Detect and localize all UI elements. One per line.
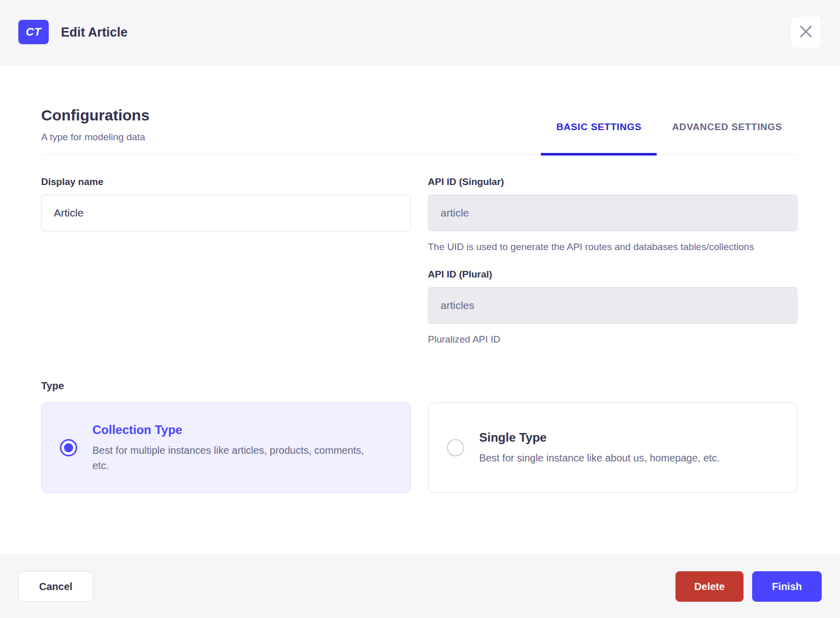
page-title: Configurations: [41, 107, 149, 124]
collection-type-title: Collection Type: [92, 422, 369, 438]
collection-type-texts: Collection Type Best for multiple instan…: [92, 422, 369, 473]
collection-type-description: Best for multiple instances like article…: [92, 443, 369, 473]
single-type-texts: Single Type Best for single instance lik…: [479, 430, 720, 466]
tab-advanced-settings[interactable]: ADVANCED SETTINGS: [657, 121, 797, 154]
api-id-plural-label: API ID (Plural): [428, 269, 798, 280]
tab-basic-settings-label: BASIC SETTINGS: [556, 121, 641, 132]
display-name-input[interactable]: [41, 195, 411, 231]
section-header: Configurations A type for modeling data …: [41, 107, 797, 155]
cancel-button[interactable]: Cancel: [18, 571, 93, 602]
modal-title: Edit Article: [61, 25, 127, 40]
api-id-singular-input: [428, 195, 798, 231]
modal-body: Configurations A type for modeling data …: [0, 65, 840, 554]
api-id-singular-label: API ID (Singular): [428, 176, 798, 188]
settings-tabs: BASIC SETTINGS ADVANCED SETTINGS: [541, 121, 797, 154]
display-name-label: Display name: [41, 176, 411, 188]
radio-dot-icon: [64, 443, 73, 452]
api-id-plural-field-group: API ID (Plural) Pluralized API ID: [428, 269, 798, 347]
close-icon: [799, 25, 813, 40]
modal-header: CT Edit Article: [0, 0, 840, 65]
radio-collection-type[interactable]: [60, 439, 77, 456]
api-id-plural-input: [428, 287, 798, 324]
single-type-title: Single Type: [479, 430, 720, 445]
delete-button[interactable]: Delete: [675, 571, 744, 602]
tab-advanced-settings-label: ADVANCED SETTINGS: [672, 121, 782, 132]
finish-button[interactable]: Finish: [752, 571, 822, 602]
edit-article-modal: CT Edit Article Configurations A type fo…: [0, 0, 840, 618]
content-type-badge-label: CT: [26, 25, 41, 39]
display-name-field-group: Display name: [41, 176, 411, 231]
form-right-column: API ID (Singular) The UID is used to gen…: [428, 176, 798, 347]
close-button[interactable]: [790, 16, 822, 48]
api-id-plural-helper: Pluralized API ID: [428, 332, 763, 347]
single-type-description: Best for single instance like about us, …: [479, 450, 720, 466]
footer-right-actions: Delete Finish: [675, 571, 822, 602]
type-card-single-type[interactable]: Single Type Best for single instance lik…: [428, 403, 798, 493]
page-subtitle: A type for modeling data: [41, 131, 149, 143]
modal-footer: Cancel Delete Finish: [0, 554, 840, 618]
type-options: Collection Type Best for multiple instan…: [41, 403, 797, 493]
configuration-form: Display name API ID (Singular) The UID i…: [41, 176, 797, 347]
type-card-collection-type[interactable]: Collection Type Best for multiple instan…: [41, 403, 411, 493]
type-section: Type Collection Type Best for multiple i…: [41, 380, 797, 493]
api-id-singular-field-group: API ID (Singular) The UID is used to gen…: [428, 176, 798, 255]
section-titles: Configurations A type for modeling data: [41, 107, 149, 154]
radio-single-type[interactable]: [447, 439, 464, 456]
tab-basic-settings[interactable]: BASIC SETTINGS: [541, 121, 657, 154]
type-label: Type: [41, 380, 797, 392]
api-id-singular-helper: The UID is used to generate the API rout…: [428, 239, 763, 255]
content-type-badge: CT: [18, 20, 49, 44]
form-left-column: Display name: [41, 176, 411, 347]
